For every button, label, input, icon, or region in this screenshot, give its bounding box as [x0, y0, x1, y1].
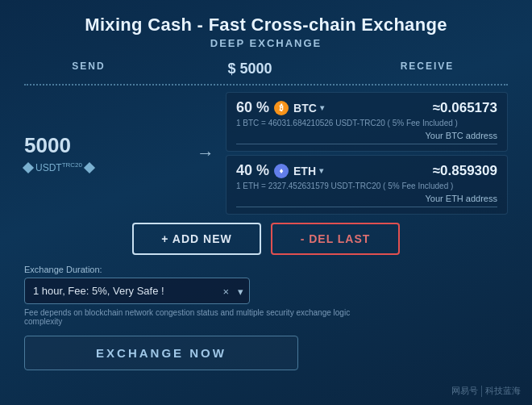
btc-address-row: Your BTC address [236, 131, 497, 140]
eth-percent-token: 40 % ♦ ETH▾ [236, 162, 323, 179]
arrow-area: → [185, 92, 226, 215]
btc-receive-amount: ≈0.065173 [433, 100, 497, 116]
send-receive-header: SEND $ 5000 RECEIVE [24, 61, 508, 77]
fee-note: Fee depends on blockchain network conges… [24, 308, 363, 326]
watermark-left: 网易号 [451, 385, 478, 397]
send-currency: USDTTRC20 [24, 161, 185, 173]
btc-rate-info: 1 BTC = 46031.684210526 USDT-TRC20 ( 5% … [236, 119, 497, 127]
btc-address-label: Your BTC address [426, 131, 497, 140]
btc-percent-token: 60 % ₿ BTC▾ [236, 99, 324, 116]
main-exchange-row: 5000 USDTTRC20 → 60 % [24, 92, 508, 215]
main-title: Mixing Cash - Fast Cross-chain Exchange [85, 15, 447, 35]
send-currency-label: USDTTRC20 [35, 161, 82, 173]
eth-percent: 40 % [236, 162, 269, 179]
duration-select-wrapper: 1 hour, Fee: 5%, Very Safe ! 30 min, Fee… [24, 278, 250, 304]
eth-token-label: ETH▾ [293, 165, 323, 177]
eth-address-divider [236, 207, 497, 207]
send-label: SEND [24, 61, 153, 72]
duration-select[interactable]: 1 hour, Fee: 5%, Very Safe ! 30 min, Fee… [24, 278, 250, 304]
watermark-divider [481, 386, 482, 397]
duration-section: Exchange Duration: 1 hour, Fee: 5%, Very… [24, 265, 508, 326]
eth-address-row: Your ETH address [236, 194, 497, 203]
send-side: 5000 USDTTRC20 [24, 92, 185, 215]
receive-top-row-btc: 60 % ₿ BTC▾ ≈0.065173 [236, 99, 497, 116]
receive-block-eth: 40 % ♦ ETH▾ ≈0.859309 1 ETH = 2327.45263… [226, 155, 508, 215]
page-wrapper: Mixing Cash - Fast Cross-chain Exchange … [0, 0, 532, 405]
duration-label: Exchange Duration: [24, 265, 508, 274]
receive-block-btc: 60 % ₿ BTC▾ ≈0.065173 1 BTC = 46031.6842… [226, 92, 508, 152]
header-divider [24, 84, 508, 86]
add-new-button[interactable]: + ADD NEW [132, 223, 261, 255]
receive-side: 60 % ₿ BTC▾ ≈0.065173 1 BTC = 46031.6842… [226, 92, 508, 215]
eth-receive-amount: ≈0.859309 [433, 163, 497, 179]
watermark: 网易号 科技蓝海 [451, 385, 521, 397]
amount-display: $ 5000 [153, 61, 347, 77]
receive-top-row-eth: 40 % ♦ ETH▾ ≈0.859309 [236, 162, 497, 179]
btc-percent: 60 % [236, 99, 269, 116]
btc-token-label: BTC▾ [293, 102, 324, 115]
diamond-right-icon [84, 161, 95, 173]
btc-address-divider [236, 144, 497, 144]
watermark-right: 科技蓝海 [485, 385, 521, 397]
diamond-icon [23, 161, 34, 173]
receive-label: RECEIVE [347, 61, 508, 72]
eth-icon: ♦ [274, 164, 289, 178]
del-last-button[interactable]: - DEL LAST [271, 223, 400, 255]
eth-rate-info: 1 ETH = 2327.452631579 USDT-TRC20 ( 5% F… [236, 182, 497, 190]
eth-address-label: Your ETH address [426, 194, 497, 203]
send-amount: 5000 [24, 133, 185, 158]
btc-icon: ₿ [274, 101, 289, 115]
buttons-row: + ADD NEW - DEL LAST [24, 223, 508, 255]
arrow-icon: → [197, 143, 214, 164]
sub-title: DEEP EXCHANGE [210, 37, 322, 49]
exchange-now-button[interactable]: EXCHANGE NOW [24, 336, 298, 370]
exchange-container: SEND $ 5000 RECEIVE 5000 USDTTRC20 → [24, 61, 508, 370]
